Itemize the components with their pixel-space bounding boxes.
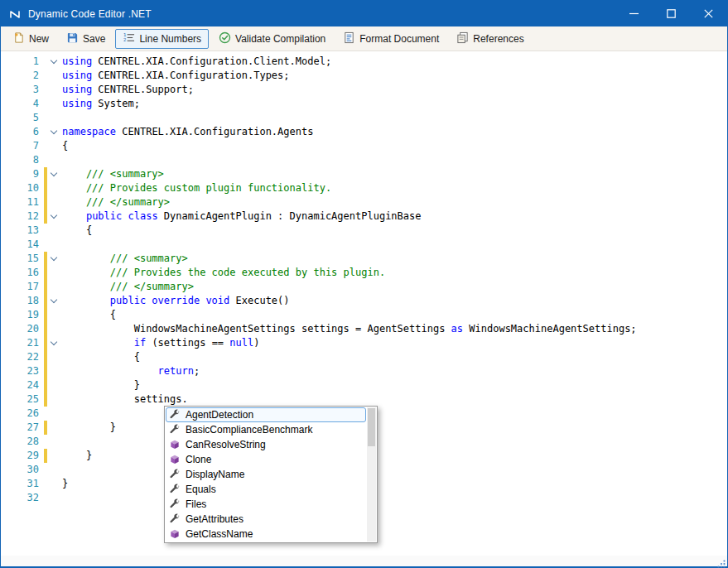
code-line[interactable]: 14 <box>1 238 727 252</box>
code-line[interactable]: 10 /// Provides custom plugin functional… <box>1 181 727 195</box>
property-wrench-icon <box>169 424 181 436</box>
method-icon <box>169 454 181 465</box>
code-line[interactable]: 7{ <box>1 139 727 153</box>
fold-margin <box>47 350 62 364</box>
line-number: 13 <box>1 224 44 238</box>
completion-item[interactable]: AgentDetection <box>166 407 366 422</box>
line-number: 30 <box>1 463 44 477</box>
code-line[interactable]: 22 { <box>1 350 727 364</box>
references-label: References <box>473 33 523 45</box>
fold-toggle-icon[interactable] <box>51 170 57 176</box>
code-line[interactable]: 21 if (settings == null) <box>1 336 727 350</box>
fold-margin <box>47 336 62 350</box>
fold-margin <box>47 407 62 421</box>
line-number: 12 <box>1 209 44 224</box>
code-line[interactable]: 9 /// <summary> <box>1 167 727 181</box>
completion-item[interactable]: CanResolveString <box>166 437 366 452</box>
code-line[interactable]: 25 settings. <box>1 392 727 407</box>
code-line[interactable]: 8 <box>1 153 727 167</box>
code-text: { <box>62 139 68 153</box>
code-line[interactable]: 11 /// </summary> <box>1 195 727 209</box>
line-numbers-icon: 12 <box>123 31 135 46</box>
line-number: 17 <box>1 280 44 294</box>
code-line[interactable]: 5 <box>1 111 727 125</box>
fold-toggle-icon[interactable] <box>51 57 57 64</box>
property-wrench-icon <box>169 513 181 525</box>
completion-item[interactable]: GetAttributes <box>166 512 366 527</box>
completion-item-label: CanResolveString <box>186 439 266 450</box>
fold-margin <box>47 266 62 280</box>
property-wrench-icon <box>169 498 181 510</box>
code-text: using System; <box>62 97 140 111</box>
code-text: namespace CENTREL.XIA.Configuration.Agen… <box>62 125 313 139</box>
code-line[interactable]: 23 return; <box>1 364 727 378</box>
code-line[interactable]: 17 /// </summary> <box>1 280 727 294</box>
code-line[interactable]: 18 public override void Execute() <box>1 294 727 308</box>
popup-scrollbar[interactable] <box>367 407 376 542</box>
code-text: using CENTREL.XIA.Configuration.Client.M… <box>62 55 331 69</box>
line-number: 15 <box>1 252 44 266</box>
code-line[interactable]: 16 /// Provides the code executed by thi… <box>1 266 727 280</box>
line-number: 25 <box>1 392 44 407</box>
code-line[interactable]: 19 { <box>1 308 727 322</box>
fold-toggle-icon[interactable] <box>51 212 57 219</box>
fold-margin <box>47 238 62 252</box>
completion-item[interactable]: Files <box>166 497 366 512</box>
line-number: 26 <box>1 407 44 421</box>
minimize-button[interactable] <box>615 1 653 26</box>
code-line[interactable]: 4using System; <box>1 97 727 111</box>
code-editor[interactable]: 1using CENTREL.XIA.Configuration.Client.… <box>1 51 727 556</box>
line-number: 22 <box>1 350 44 364</box>
code-line[interactable]: 12 public class DynamicAgentPlugin : Dyn… <box>1 209 727 224</box>
code-line[interactable]: 24 } <box>1 378 727 392</box>
completion-item[interactable]: DisplayName <box>166 467 366 482</box>
format-document-button[interactable]: Format Document <box>335 29 446 49</box>
completion-item[interactable]: Clone <box>166 452 366 467</box>
code-line[interactable]: 20 WindowsMachineAgentSettings settings … <box>1 322 727 336</box>
code-line[interactable]: 13 { <box>1 224 727 238</box>
line-numbers-toggle[interactable]: 12 Line Numbers <box>115 29 209 49</box>
format-document-label: Format Document <box>359 33 439 45</box>
code-line[interactable]: 6namespace CENTREL.XIA.Configuration.Age… <box>1 125 727 139</box>
code-text: /// <summary> <box>62 167 164 181</box>
fold-margin <box>47 224 62 238</box>
line-numbers-label: Line Numbers <box>139 33 201 45</box>
line-number: 19 <box>1 308 44 322</box>
fold-toggle-icon[interactable] <box>51 254 57 261</box>
svg-text:2: 2 <box>123 37 126 42</box>
code-line[interactable]: 3using CENTREL.Support; <box>1 83 727 97</box>
resize-grip-icon[interactable] <box>717 556 726 565</box>
completion-item-label: GetAttributes <box>186 513 243 525</box>
code-text: using CENTREL.Support; <box>62 83 194 97</box>
maximize-button[interactable] <box>653 1 690 26</box>
code-text: WindowsMachineAgentSettings settings = A… <box>62 322 637 336</box>
fold-margin <box>47 111 62 125</box>
property-wrench-icon <box>169 484 181 495</box>
app-window: Dynamic Code Editor .NET New Save 12 <box>0 0 728 568</box>
close-button[interactable] <box>690 1 727 26</box>
code-text: if (settings == null) <box>62 336 259 350</box>
title-bar[interactable]: Dynamic Code Editor .NET <box>1 1 727 26</box>
code-line[interactable]: 2using CENTREL.XIA.Configuration.Types; <box>1 69 727 83</box>
popup-scrollbar-thumb[interactable] <box>368 408 375 446</box>
fold-margin <box>47 392 62 407</box>
completion-item[interactable]: Equals <box>166 482 366 497</box>
code-text: } <box>62 477 68 491</box>
fold-toggle-icon[interactable] <box>51 128 57 134</box>
fold-margin <box>47 322 62 336</box>
format-document-icon <box>343 31 355 46</box>
line-number: 11 <box>1 195 44 209</box>
save-button[interactable]: Save <box>59 29 113 49</box>
window-title: Dynamic Code Editor .NET <box>28 8 152 20</box>
code-line[interactable]: 15 /// <summary> <box>1 252 727 266</box>
completion-item[interactable]: BasicComplianceBenchmark <box>166 422 366 437</box>
references-button[interactable]: References <box>449 29 531 49</box>
fold-toggle-icon[interactable] <box>51 296 57 303</box>
completion-item[interactable]: GetClassName <box>166 527 366 542</box>
fold-toggle-icon[interactable] <box>51 339 57 345</box>
line-number: 29 <box>1 449 44 463</box>
new-button[interactable]: New <box>5 29 56 49</box>
code-text: { <box>62 224 92 238</box>
code-line[interactable]: 1using CENTREL.XIA.Configuration.Client.… <box>1 55 727 69</box>
validate-compilation-button[interactable]: Validate Compilation <box>211 29 333 49</box>
